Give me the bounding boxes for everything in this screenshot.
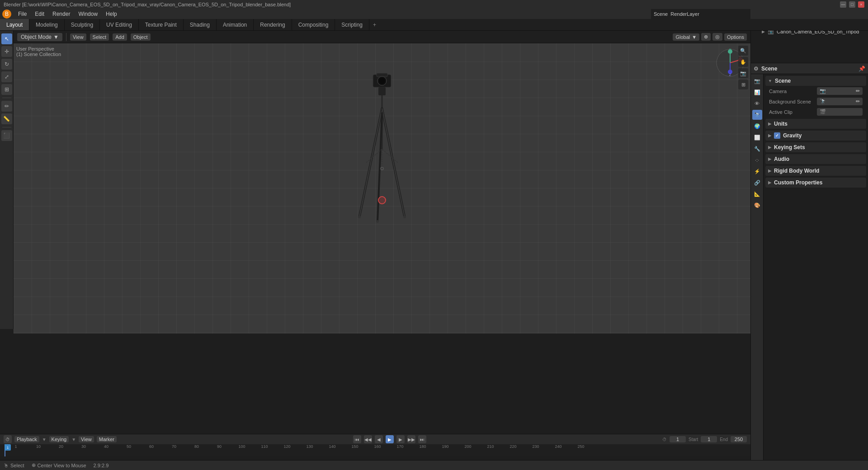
bg-scene-edit-icon[interactable]: ✏ (856, 99, 860, 104)
frame-num-220: 220 (502, 444, 524, 449)
active-clip-label: Active Clip (769, 109, 814, 115)
camera-value[interactable]: 📷 ✏ (817, 87, 863, 95)
tl-jump-end-btn[interactable]: ⏭ (418, 435, 426, 443)
title-bar: Blender [E:\work\WIP\Canon_Camera_EOS_5D… (0, 0, 868, 9)
blender-logo: B (2, 9, 12, 19)
mode-dropdown[interactable]: Object Mode ▼ (17, 33, 62, 41)
ws-tab-uv-editing[interactable]: UV Editing (100, 19, 139, 30)
active-clip-value[interactable]: 🎬 (817, 108, 863, 116)
window-controls[interactable]: — □ × (840, 1, 864, 8)
vp-add-btn[interactable]: Add (113, 33, 127, 41)
vp-options-btn[interactable]: Options (724, 33, 747, 41)
scene-section-header[interactable]: ▼ Scene (765, 76, 866, 86)
vp-snap-btn[interactable]: ⊕ (701, 33, 711, 41)
prop-tab-output[interactable]: 📊 (752, 87, 762, 97)
tl-prev-frame-btn[interactable]: ◀ (375, 435, 383, 443)
ws-tab-layout[interactable]: Layout (0, 19, 29, 30)
tl-current-frame-input[interactable] (670, 436, 686, 442)
menu-render[interactable]: Render (49, 10, 74, 18)
units-header[interactable]: ▶ Units (765, 119, 866, 129)
audio-header[interactable]: ▶ Audio (765, 154, 866, 164)
tl-start-frame-input[interactable] (701, 436, 717, 442)
vp-global-dropdown[interactable]: Global ▼ (673, 33, 699, 41)
prop-tab-object[interactable]: ⬜ (752, 132, 762, 142)
rigid-body-label: Rigid Body World (774, 168, 819, 174)
gravity-header[interactable]: ▶ ✓ Gravity (765, 131, 866, 141)
toolbar-rotate-btn[interactable]: ↻ (1, 59, 12, 70)
toolbar-add-btn[interactable]: ⬛ (1, 130, 12, 141)
ws-tab-texture-paint[interactable]: Texture Paint (139, 19, 184, 30)
menu-edit[interactable]: Edit (31, 10, 48, 18)
keying-sets-section: ▶ Keying Sets (765, 142, 866, 152)
prop-tab-data[interactable]: 📐 (752, 189, 762, 199)
ws-tab-shading[interactable]: Shading (184, 19, 217, 30)
svg-point-35 (381, 167, 383, 170)
ws-tab-rendering[interactable]: Rendering (254, 19, 292, 30)
toolbar-transform-btn[interactable]: ⊞ (1, 84, 12, 95)
frame-num-180: 180 (411, 444, 434, 449)
prop-tab-material[interactable]: 🎨 (752, 200, 762, 210)
frame-num-160: 160 (366, 444, 389, 449)
tl-icon-btn[interactable]: ⏱ (4, 435, 12, 443)
toolbar-annotate-btn[interactable]: ✏ (1, 101, 12, 112)
ws-tab-scripting[interactable]: Scripting (335, 19, 369, 30)
prop-tab-physics[interactable]: ⚡ (752, 166, 762, 176)
prop-tab-constraints[interactable]: 🔗 (752, 178, 762, 188)
vp-object-btn[interactable]: Object (131, 33, 151, 41)
vp-proportional-btn[interactable]: ◎ (712, 33, 722, 41)
tl-keying-dropdown[interactable]: Keying (49, 436, 69, 442)
camera-view-btn[interactable]: 📷 (738, 68, 748, 78)
background-scene-label: Background Scene (769, 99, 814, 104)
close-button[interactable]: × (858, 1, 864, 8)
tl-playback-dropdown[interactable]: Playback (14, 436, 39, 442)
toolbar-measure-btn[interactable]: 📏 (1, 113, 12, 124)
prop-tab-particles[interactable]: ·:· (752, 155, 762, 165)
workspace-add-button[interactable]: + (369, 19, 380, 30)
props-pin-icon[interactable]: 📌 (859, 66, 865, 72)
toolbar-scale-btn[interactable]: ⤢ (1, 71, 12, 82)
ws-tab-modeling[interactable]: Modeling (29, 19, 65, 30)
prop-tab-render[interactable]: 📷 (752, 76, 762, 86)
vp-view-btn[interactable]: View (70, 33, 86, 41)
prop-tab-modifier[interactable]: 🔧 (752, 144, 762, 154)
toolbar-select-btn[interactable]: ↖ (1, 33, 12, 44)
prop-tab-world[interactable]: 🌍 (752, 121, 762, 131)
ws-tab-compositing[interactable]: Compositing (292, 19, 335, 30)
tl-view-dropdown[interactable]: View (79, 436, 94, 442)
minimize-button[interactable]: — (840, 1, 846, 8)
menu-window[interactable]: Window (75, 10, 101, 18)
camera-edit-icon[interactable]: ✏ (856, 88, 860, 94)
ortho-view-btn[interactable]: ⊞ (738, 80, 748, 89)
background-scene-value[interactable]: 🔭 ✏ (817, 98, 863, 105)
prop-tab-scene[interactable]: 🔭 (752, 110, 762, 120)
status-bar: 🖱 Select ⊕ Center View to Mouse 2.9:2.9 (0, 460, 868, 470)
tl-end-frame-input[interactable] (731, 436, 747, 442)
viewport[interactable]: User Perspective (1) Scene Collection (14, 43, 750, 334)
toolbar-move-btn[interactable]: ✛ (1, 46, 12, 57)
ws-tab-animation[interactable]: Animation (217, 19, 254, 30)
zoom-btn[interactable]: 🔍 (738, 46, 748, 56)
scene-chevron: ▼ (768, 79, 772, 83)
tl-jump-start-btn[interactable]: ⏮ (353, 435, 361, 443)
scene-section-label: Scene (775, 78, 791, 84)
maximize-button[interactable]: □ (849, 1, 855, 8)
tl-prev-keyframe-btn[interactable]: ◀◀ (364, 435, 372, 443)
vp-select-btn[interactable]: Select (90, 33, 109, 41)
keying-sets-header[interactable]: ▶ Keying Sets (765, 142, 866, 152)
prop-tab-view-layer[interactable]: 👁 (752, 99, 762, 108)
tl-marker-dropdown[interactable]: Marker (97, 436, 117, 442)
rigid-body-header[interactable]: ▶ Rigid Body World (765, 166, 866, 176)
frame-num-240: 240 (547, 444, 570, 449)
tl-next-frame-btn[interactable]: ▶ (396, 435, 405, 443)
ws-tab-sculpting[interactable]: Sculpting (65, 19, 100, 30)
hand-btn[interactable]: ✋ (738, 57, 748, 67)
menu-file[interactable]: File (14, 10, 30, 18)
gravity-checkbox[interactable]: ✓ (774, 132, 780, 139)
tl-play-btn[interactable]: ▶ (386, 435, 394, 443)
units-label: Units (774, 121, 788, 127)
custom-props-header[interactable]: ▶ Custom Properties (765, 178, 866, 188)
tl-next-keyframe-btn[interactable]: ▶▶ (407, 435, 415, 443)
svg-rect-22 (378, 87, 386, 95)
menu-help[interactable]: Help (102, 10, 121, 18)
timeline-ruler[interactable]: 1 1 10 20 30 40 50 60 70 80 90 100 110 1… (0, 444, 750, 456)
